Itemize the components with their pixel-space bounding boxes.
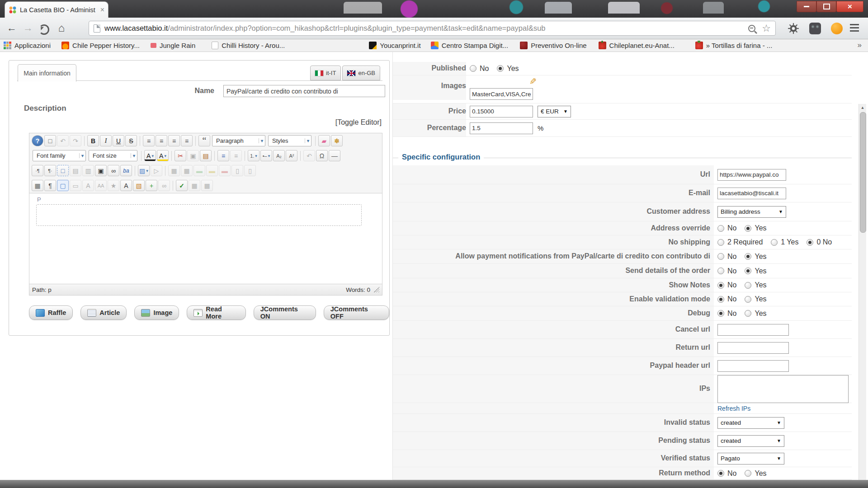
editor-content-area[interactable]: P — [29, 193, 382, 284]
read-more-button[interactable]: Read More — [187, 305, 245, 320]
radio-return-method-yes[interactable]: Yes — [745, 469, 766, 478]
radio-debug-yes[interactable]: Yes — [745, 310, 766, 318]
unordered-list-icon[interactable]: •–▾ — [260, 150, 272, 161]
customer-address-select[interactable]: Billing address▼ — [717, 206, 786, 218]
paypal-header-url-input[interactable] — [717, 360, 789, 372]
radio-icon[interactable] — [717, 296, 724, 303]
spellcheck-icon[interactable]: ✓ — [176, 180, 188, 191]
cell-right-icon[interactable]: ▯ — [244, 165, 256, 176]
omega-icon[interactable]: Ω — [316, 150, 328, 161]
bookmark-youcanprint-it[interactable]: Youcanprint.it — [369, 42, 420, 49]
cut-icon[interactable]: ✂ — [175, 150, 186, 161]
new-document-icon[interactable]: □ — [44, 135, 56, 146]
horizontal-rule-icon[interactable]: — — [329, 150, 340, 161]
radio-icon[interactable] — [717, 470, 724, 477]
price-input[interactable] — [470, 106, 533, 117]
radio-published-no[interactable]: No — [470, 65, 489, 73]
table-row-icon[interactable]: ▦ — [189, 180, 200, 191]
tab-language-it-it[interactable]: it-IT — [310, 66, 341, 80]
images-input[interactable] — [470, 88, 533, 100]
cancel-url-input[interactable] — [717, 324, 789, 336]
translate-icon[interactable]: ba — [120, 165, 132, 176]
attributes-icon[interactable]: A — [120, 180, 132, 191]
radio-icon[interactable] — [745, 267, 751, 274]
radio-icon[interactable] — [745, 282, 751, 289]
radio-return-method-no[interactable]: No — [717, 469, 736, 478]
url-input[interactable] — [717, 169, 786, 181]
bookmark-tortillas-di-farina[interactable]: » Tortillas di farina - ... — [695, 42, 772, 49]
return-url-input[interactable] — [717, 342, 789, 354]
blockquote-icon[interactable]: “ — [198, 135, 210, 146]
name-input[interactable] — [223, 85, 385, 97]
extension-orange-icon[interactable] — [831, 23, 843, 34]
style-props-icon[interactable]: A — [82, 180, 94, 191]
chrome-menu-icon[interactable] — [850, 24, 859, 32]
media-icon[interactable]: ▷ — [151, 165, 162, 176]
undo-icon[interactable]: ↶ — [57, 135, 69, 146]
radio-address-override-no[interactable]: No — [717, 224, 736, 232]
insert-plus-icon[interactable]: + — [146, 180, 157, 191]
jcomments-on-button[interactable]: JComments ON — [254, 305, 316, 320]
strikethrough-icon[interactable]: S — [125, 135, 137, 146]
copy-icon[interactable]: ▣ — [187, 150, 199, 161]
radio-no-shipping-0-no[interactable]: 0 No — [807, 238, 832, 246]
pending-status-select[interactable]: created▼ — [717, 435, 784, 447]
star-icon[interactable]: ★ — [108, 180, 119, 191]
indent-icon[interactable]: ≡ — [217, 150, 229, 161]
price-currency-select[interactable]: € EUR▼ — [538, 106, 571, 117]
radio-no-shipping-2-required[interactable]: 2 Required — [717, 238, 763, 246]
template-icon[interactable]: ▥ — [82, 165, 94, 176]
reload-icon[interactable] — [39, 24, 49, 35]
radio-icon[interactable] — [745, 296, 751, 303]
ordered-list-icon[interactable]: 1.▾ — [248, 150, 259, 161]
tab-language-en-gb[interactable]: en-GB — [342, 66, 380, 80]
italic-icon[interactable]: I — [100, 135, 112, 146]
insert-page-icon[interactable]: ▤ — [70, 165, 81, 176]
align-center-icon[interactable]: ≡ — [156, 135, 167, 146]
radio-allow-payment-notifications-from-paypal-carte-di-credito-con-contributo-di-no[interactable]: No — [717, 253, 736, 261]
table-col-icon[interactable]: ▦ — [201, 180, 213, 191]
help-icon[interactable]: ? — [32, 135, 43, 146]
bold-icon[interactable]: B — [87, 135, 99, 146]
radio-enable-validation-mode-no[interactable]: No — [717, 295, 736, 303]
article-button[interactable]: Article — [80, 305, 127, 320]
raffle-button[interactable]: Raffle — [29, 305, 73, 320]
radio-icon[interactable] — [717, 310, 724, 317]
search-icon[interactable]: ∞ — [108, 165, 119, 176]
align-right-icon[interactable]: ≡ — [181, 135, 193, 146]
cleanup-icon[interactable]: ✽ — [331, 135, 343, 146]
paste-icon[interactable]: ▤ — [200, 150, 212, 161]
verified-status-select[interactable]: Pagato▼ — [717, 453, 784, 465]
radio-no-shipping-1-yes[interactable]: 1 Yes — [771, 238, 798, 246]
radio-icon[interactable] — [717, 253, 724, 260]
ips-textarea[interactable] — [717, 375, 849, 403]
bookmark-jungle-rain[interactable]: Jungle Rain — [151, 42, 195, 49]
radio-icon[interactable] — [745, 470, 751, 477]
window-restore-button[interactable] — [816, 1, 836, 12]
image-manager-icon[interactable]: ▨▾ — [138, 165, 150, 176]
bookmark-star-icon[interactable]: ☆ — [762, 23, 771, 33]
refresh-ips-link[interactable]: Refresh IPs — [717, 405, 750, 412]
radio-icon[interactable] — [745, 225, 751, 232]
radio-debug-no[interactable]: No — [717, 310, 736, 318]
redo-icon[interactable]: ↷ — [70, 135, 81, 146]
bookmark-chileplanet-eu-anat[interactable]: Chileplanet.eu-Anat... — [599, 42, 675, 49]
radio-address-override-yes[interactable]: Yes — [745, 224, 766, 232]
radio-icon[interactable] — [771, 239, 778, 246]
radio-icon[interactable] — [470, 65, 476, 72]
subscript-icon[interactable]: A₂ — [273, 150, 285, 161]
paragraph-select[interactable]: Paragraph▾ — [212, 135, 265, 146]
bookmark-chile-pepper-history[interactable]: Chile Pepper History... — [61, 42, 140, 49]
insert-image-icon[interactable]: ▧ — [133, 180, 145, 191]
radio-icon[interactable] — [717, 225, 724, 232]
table-copy-icon[interactable]: ▦ — [181, 165, 193, 176]
home-icon[interactable]: ⌂ — [55, 21, 68, 35]
radio-published-yes[interactable]: Yes — [497, 65, 519, 73]
extension-icon[interactable] — [809, 23, 821, 34]
radio-send-details-of-the-order-yes[interactable]: Yes — [745, 267, 766, 275]
e-mail-input[interactable] — [717, 188, 786, 199]
window-close-button[interactable]: × — [836, 1, 863, 12]
radio-icon[interactable] — [807, 239, 813, 246]
bookmark-applicazioni[interactable]: Applicazioni — [4, 42, 51, 49]
align-left-icon[interactable]: ≡ — [168, 135, 180, 146]
